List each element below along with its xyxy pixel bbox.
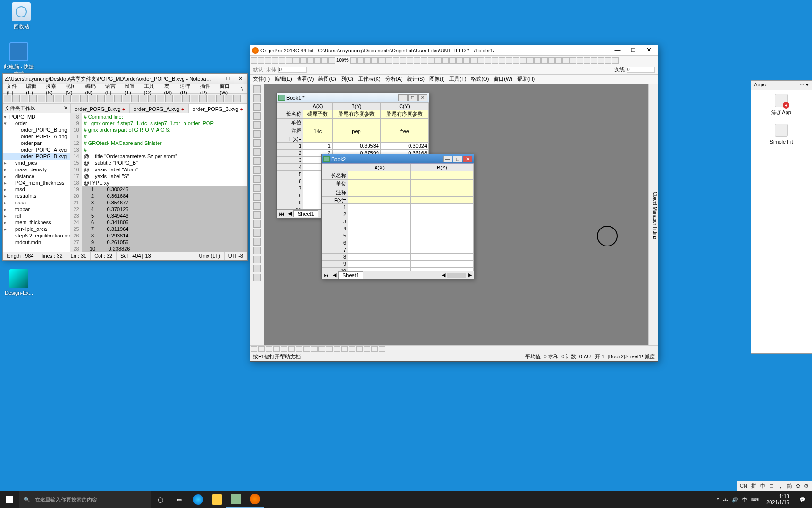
tree-item[interactable]: order_POPG_A.png: [3, 133, 70, 140]
tree-item[interactable]: vmd_pics: [3, 160, 70, 166]
origin-graph-button[interactable]: [251, 346, 257, 352]
origin-graph-button[interactable]: [356, 346, 363, 352]
origin-toolbar-button[interactable]: [548, 57, 555, 64]
sheet-nav-first[interactable]: ⏮: [322, 272, 331, 278]
tree-item[interactable]: order: [3, 120, 70, 127]
origin-toolbar-button[interactable]: [506, 57, 512, 64]
origin-graph-button[interactable]: [296, 346, 302, 352]
system-tray[interactable]: ^ 🖧 🔊 中 ⌨: [713, 496, 762, 503]
npp-toolbar-button[interactable]: [216, 95, 224, 102]
npp-tree-close-icon[interactable]: ✕: [64, 105, 68, 112]
origin-toolbar-button[interactable]: [300, 57, 307, 64]
notifications-button[interactable]: 💬: [793, 491, 812, 508]
origin-toolbar-button[interactable]: [562, 57, 569, 64]
origin-menu-item[interactable]: 帮助(H): [517, 76, 535, 83]
origin-toolbar-button[interactable]: [598, 57, 604, 64]
origin-menu-item[interactable]: 窗口(W): [494, 76, 512, 83]
row-number[interactable]: 4: [322, 225, 348, 232]
origin-toolbar-button[interactable]: [251, 57, 257, 64]
origin-maximize-button[interactable]: □: [626, 46, 640, 55]
tree-item[interactable]: msd: [3, 186, 70, 193]
npp-menu-item[interactable]: 宏(M): [162, 82, 177, 96]
tree-item[interactable]: POPG_MD: [3, 113, 70, 120]
origin-tool-button[interactable]: [253, 94, 261, 102]
tree-item[interactable]: restraints: [3, 193, 70, 199]
origin-menu-item[interactable]: 文件(F): [253, 76, 270, 83]
tree-item[interactable]: order_POPG_B.xvg: [3, 153, 70, 160]
header-cell[interactable]: 脂尾有序度参数: [332, 110, 380, 119]
origin-toolbar-button[interactable]: [442, 57, 449, 64]
tab-close-icon[interactable]: ●: [122, 106, 126, 112]
origin-toolbar-button[interactable]: [527, 57, 534, 64]
tray-keyboard-icon[interactable]: ⌨: [751, 497, 759, 503]
origin-tool-button[interactable]: [253, 220, 261, 228]
tree-item[interactable]: mdout.mdn: [3, 239, 70, 246]
tree-item[interactable]: distance: [3, 173, 70, 179]
npp-toolbar-button[interactable]: [89, 95, 96, 102]
npp-toolbar-button[interactable]: [131, 95, 139, 102]
tray-ime-icon[interactable]: 中: [742, 496, 747, 503]
origin-menu-item[interactable]: 分析(A): [385, 76, 403, 83]
origin-graph-button[interactable]: [379, 346, 385, 352]
origin-toolbar-button[interactable]: [414, 57, 420, 64]
line-width-input[interactable]: [627, 67, 655, 73]
ime-button[interactable]: 简: [786, 483, 793, 490]
empty-cell[interactable]: [348, 254, 411, 261]
origin-toolbar-button[interactable]: [378, 57, 385, 64]
header-cell[interactable]: 脂尾有序度参数: [380, 110, 428, 119]
app-item[interactable]: 添加App: [751, 90, 812, 120]
origin-toolbar-button[interactable]: [364, 57, 371, 64]
npp-toolbar-button[interactable]: [182, 95, 190, 102]
tray-chevron-icon[interactable]: ^: [717, 497, 719, 502]
npp-menu-item[interactable]: 文件(F): [5, 82, 23, 96]
sheet-nav-first[interactable]: ⏮: [277, 211, 286, 217]
row-number[interactable]: 9: [277, 199, 303, 206]
tree-item[interactable]: order_POPG_B.png: [3, 127, 70, 133]
origin-graph-button[interactable]: [288, 346, 295, 352]
npp-toolbar-button[interactable]: [225, 95, 232, 102]
empty-cell[interactable]: [411, 204, 474, 211]
origin-toolbar-button[interactable]: [456, 57, 463, 64]
origin-toolbar-button[interactable]: [541, 57, 548, 64]
header-cell[interactable]: [380, 135, 428, 143]
origin-toolbar-button[interactable]: [463, 57, 470, 64]
ime-button[interactable]: ロ: [768, 483, 775, 490]
tray-network-icon[interactable]: 🖧: [723, 497, 728, 502]
origin-tool-button[interactable]: [253, 184, 261, 192]
origin-toolbar-button[interactable]: [513, 57, 519, 64]
npp-toolbar-button[interactable]: [21, 95, 28, 102]
npp-menu-item[interactable]: 工具(O): [142, 82, 161, 96]
column-header[interactable]: A(X): [303, 103, 333, 110]
origin-close-button[interactable]: ✕: [642, 46, 656, 55]
origin-toolbar-button[interactable]: [265, 57, 271, 64]
book1-minimize-button[interactable]: —: [398, 94, 408, 101]
header-cell[interactable]: [411, 180, 474, 188]
book2-minimize-button[interactable]: —: [443, 156, 452, 162]
book1-maximize-button[interactable]: □: [408, 94, 418, 101]
origin-tool-button[interactable]: [253, 211, 261, 219]
sheet-nav-prev[interactable]: ◀: [331, 272, 338, 278]
npp-toolbar-button[interactable]: [157, 95, 164, 102]
column-header[interactable]: A(X): [348, 164, 411, 171]
origin-menu-item[interactable]: 查看(V): [297, 76, 314, 83]
row-number[interactable]: 5: [322, 232, 348, 239]
origin-toolbar-button[interactable]: [328, 57, 335, 64]
npp-editor-area[interactable]: 8910111213141516171819202122232425262728…: [70, 113, 247, 252]
row-number[interactable]: 4: [277, 164, 303, 171]
header-cell[interactable]: [332, 135, 380, 143]
row-number[interactable]: 8: [322, 254, 348, 261]
npp-toolbar-button[interactable]: [106, 95, 113, 102]
recycle-bin[interactable]: 回收站: [5, 2, 38, 30]
origin-toolbar-button[interactable]: [279, 57, 285, 64]
origin-toolbar-button[interactable]: [357, 57, 364, 64]
npp-menu-item[interactable]: 运行(R): [178, 82, 197, 96]
empty-cell[interactable]: [348, 204, 411, 211]
header-cell[interactable]: [303, 135, 333, 143]
origin-toolbar-button[interactable]: [470, 57, 477, 64]
tree-item[interactable]: per-lipid_area: [3, 226, 70, 232]
origin-toolbar-button[interactable]: [393, 57, 399, 64]
npp-menu-item[interactable]: 搜索(S): [44, 82, 63, 96]
row-number[interactable]: 7: [277, 185, 303, 192]
sheet-scroll-right[interactable]: ▶: [466, 272, 474, 278]
empty-cell[interactable]: [348, 239, 411, 246]
